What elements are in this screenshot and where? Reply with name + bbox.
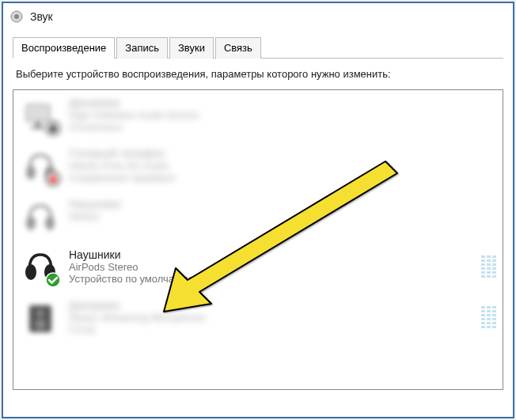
tab-communications[interactable]: Связь (215, 37, 261, 59)
svg-point-1 (14, 14, 19, 19)
device-name: Наушники (69, 198, 495, 210)
device-desc: Hands-Free AG Audio (69, 160, 495, 172)
svg-point-15 (36, 309, 44, 317)
tab-sounds[interactable]: Звуки (169, 37, 214, 59)
sound-icon (9, 9, 24, 24)
device-name: Головной телефон (69, 147, 495, 160)
speaker-icon (21, 96, 59, 134)
volume-level-meter (481, 255, 496, 279)
device-status: Устройство по умолчанию (69, 273, 495, 285)
svg-rect-3 (36, 122, 40, 127)
instruction-text: Выберите устройство воспроизведения, пар… (13, 68, 503, 80)
dialog-content: Воспроизведение Запись Звуки Связь Выбер… (3, 30, 513, 396)
device-info: Динамики Steam Streaming Microphone Гото… (69, 299, 495, 335)
device-item[interactable]: Динамики High Definition Audio Device От… (13, 90, 503, 141)
device-info: Наушники Stereo (69, 198, 495, 222)
device-list[interactable]: Динамики High Definition Audio Device От… (13, 89, 503, 390)
svg-point-16 (35, 319, 46, 330)
device-item[interactable]: Динамики Steam Streaming Microphone Гото… (13, 293, 503, 343)
svg-point-10 (45, 216, 55, 230)
tab-recording[interactable]: Запись (116, 37, 168, 59)
headphones-icon (21, 198, 59, 236)
device-item-default[interactable]: Наушники AirPods Stereo Устройство по ум… (13, 242, 503, 293)
device-desc: Stereo (69, 210, 495, 222)
device-info: Наушники AirPods Stereo Устройство по ум… (69, 248, 495, 285)
check-green-badge-icon (45, 272, 61, 288)
device-item[interactable]: Головной телефон Hands-Free AG Audio Сое… (13, 141, 503, 191)
svg-point-11 (25, 264, 36, 280)
device-name: Динамики (69, 299, 495, 312)
svg-point-6 (26, 165, 36, 180)
speaker-box-icon (21, 299, 59, 337)
device-status: Отключено (69, 121, 495, 133)
svg-rect-2 (26, 104, 50, 122)
device-name: Динамики (69, 96, 495, 109)
device-item[interactable]: Наушники Stereo (13, 191, 503, 242)
device-name: Наушники (69, 248, 495, 261)
headphones-icon (21, 248, 59, 286)
tab-strip: Воспроизведение Запись Звуки Связь (13, 36, 503, 59)
svg-point-13 (46, 273, 60, 287)
device-info: Головной телефон Hands-Free AG Audio Сое… (69, 147, 495, 184)
headphones-icon (21, 147, 59, 185)
tab-playback[interactable]: Воспроизведение (13, 37, 115, 59)
volume-level-meter (481, 306, 496, 330)
device-status: Соединение прервано (69, 172, 495, 184)
down-arrow-red-badge-icon (45, 171, 61, 187)
device-desc: High Definition Audio Device (69, 109, 495, 121)
down-arrow-badge-icon (45, 120, 61, 136)
device-status: Готов (69, 324, 495, 335)
sound-dialog-window: Звук Воспроизведение Запись Звуки Связь … (2, 2, 514, 418)
svg-rect-4 (31, 127, 45, 129)
device-desc: AirPods Stereo (69, 261, 495, 273)
device-desc: Steam Streaming Microphone (69, 312, 495, 324)
window-title: Звук (30, 10, 53, 23)
titlebar: Звук (3, 3, 513, 30)
svg-point-9 (26, 216, 36, 230)
device-info: Динамики High Definition Audio Device От… (69, 96, 495, 133)
